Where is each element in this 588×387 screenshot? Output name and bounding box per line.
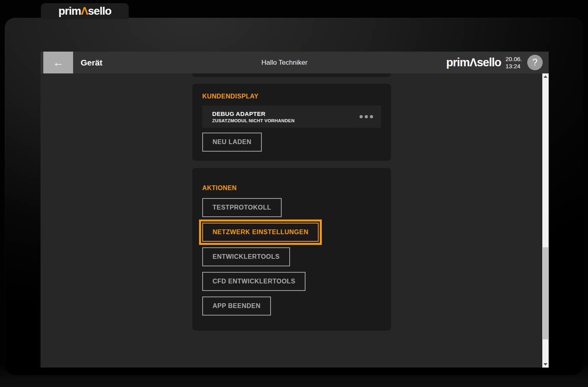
- brand-logo-post: sello: [88, 5, 111, 17]
- device-row: DEBUG ADAPTER ZUSATZMODUL NICHT VORHANDE…: [202, 106, 381, 128]
- app-frame: ← Gerät Hallo Techniker primΛsello 20.06…: [41, 52, 549, 368]
- card-partial-scrolled: [192, 73, 391, 77]
- app-header: ← Gerät Hallo Techniker primΛsello 20.06…: [41, 52, 549, 73]
- highlight-wrapper: NETZWERK EINSTELLUNGEN: [202, 223, 319, 242]
- action-row: TESTPROTOKOLL: [202, 198, 381, 217]
- brand-logo: primΛsello: [58, 6, 111, 17]
- time-text: 13:24: [505, 63, 522, 69]
- header-logo-post: sello: [477, 56, 501, 69]
- app-content: KUNDENDISPLAY DEBUG ADAPTER ZUSATZMODUL …: [41, 73, 549, 368]
- card-kundendisplay: KUNDENDISPLAY DEBUG ADAPTER ZUSATZMODUL …: [192, 84, 391, 161]
- header-logo: primΛsello: [446, 57, 501, 68]
- header-logo-lambda-icon: Λ: [470, 56, 477, 69]
- vertical-scrollbar[interactable]: [542, 73, 549, 368]
- device-texts: DEBUG ADAPTER ZUSATZMODUL NICHT VORHANDE…: [212, 110, 295, 123]
- device-name: DEBUG ADAPTER: [212, 110, 295, 117]
- back-button[interactable]: ←: [43, 52, 73, 73]
- reload-row: NEU LADEN: [202, 133, 381, 152]
- datetime: 20.06. 13:24: [505, 56, 522, 69]
- scroll-down-icon[interactable]: [542, 361, 549, 368]
- device-status: ZUSATZMODUL NICHT VORHANDEN: [212, 118, 295, 123]
- header-right: primΛsello 20.06. 13:24 ?: [446, 55, 543, 70]
- action-row: CFD ENTWICKLERTOOLS: [202, 272, 381, 291]
- greeting-text: Hallo Techniker: [261, 59, 308, 67]
- action-row: ENTWICKLERTOOLS: [202, 247, 381, 266]
- overflow-menu-icon[interactable]: [359, 113, 374, 121]
- brand-logo-pre: prim: [58, 5, 81, 17]
- netzwerk-einstellungen-button[interactable]: NETZWERK EINSTELLUNGEN: [202, 223, 319, 242]
- date-text: 20.06.: [505, 56, 522, 62]
- scroll-up-icon[interactable]: [542, 73, 549, 80]
- app-window: ← Gerät Hallo Techniker primΛsello 20.06…: [5, 18, 583, 375]
- action-row: NETZWERK EINSTELLUNGEN: [202, 223, 381, 242]
- cfd-entwicklertools-button[interactable]: CFD ENTWICKLERTOOLS: [202, 272, 306, 291]
- page-title: Gerät: [81, 58, 103, 67]
- testprotokoll-button[interactable]: TESTPROTOKOLL: [202, 198, 282, 217]
- header-logo-pre: prim: [446, 56, 470, 69]
- action-row: APP BEENDEN: [202, 297, 381, 316]
- brand-tab: primΛsello: [41, 3, 129, 19]
- section-title-aktionen: AKTIONEN: [202, 185, 381, 192]
- help-button[interactable]: ?: [527, 55, 543, 70]
- card-aktionen: AKTIONEN TESTPROTOKOLL NETZWERK EINSTELL…: [192, 168, 391, 331]
- scrollbar-thumb[interactable]: [543, 247, 548, 339]
- section-title-kundendisplay: KUNDENDISPLAY: [202, 93, 381, 100]
- question-mark-icon: ?: [532, 57, 538, 68]
- reload-button[interactable]: NEU LADEN: [202, 133, 262, 152]
- entwicklertools-button[interactable]: ENTWICKLERTOOLS: [202, 247, 290, 266]
- back-arrow-icon: ←: [53, 57, 64, 68]
- app-beenden-button[interactable]: APP BEENDEN: [202, 297, 271, 316]
- brand-logo-lambda-icon: Λ: [81, 5, 88, 17]
